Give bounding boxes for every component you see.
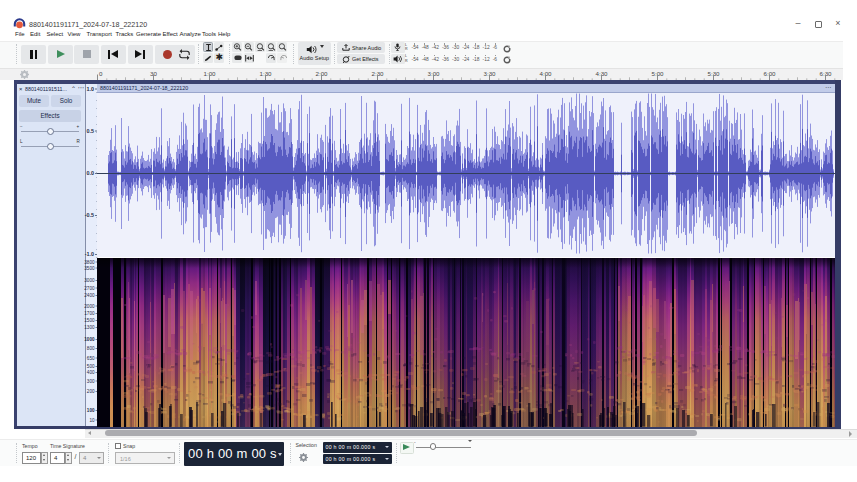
svg-text:10: 10 [89, 417, 95, 422]
svg-text:300: 300 [86, 378, 94, 383]
svg-text:3500: 3500 [84, 265, 95, 270]
svg-text:1.0: 1.0 [86, 85, 94, 91]
svg-text:1000: 1000 [84, 337, 95, 342]
svg-text:2700: 2700 [84, 285, 95, 290]
svg-text:3800: 3800 [84, 259, 95, 264]
svg-text:100: 100 [86, 408, 94, 413]
svg-text:-1.0: -1.0 [84, 251, 93, 257]
svg-text:650: 650 [86, 355, 94, 360]
svg-text:1700: 1700 [84, 311, 95, 316]
svg-text:200: 200 [86, 389, 94, 394]
svg-text:3000: 3000 [84, 278, 95, 283]
svg-text:800: 800 [86, 346, 94, 351]
svg-text:0.5: 0.5 [86, 127, 94, 133]
svg-text:-0.5: -0.5 [84, 212, 93, 218]
svg-text:0: 0 [99, 70, 103, 77]
svg-text:400: 400 [86, 370, 94, 375]
svg-text:500: 500 [86, 364, 94, 369]
svg-text:1500: 1500 [84, 318, 95, 323]
svg-text:2400: 2400 [84, 293, 95, 298]
svg-text:0.0: 0.0 [86, 170, 94, 176]
svg-text:1300: 1300 [84, 325, 95, 330]
svg-text:2000: 2000 [84, 303, 95, 308]
